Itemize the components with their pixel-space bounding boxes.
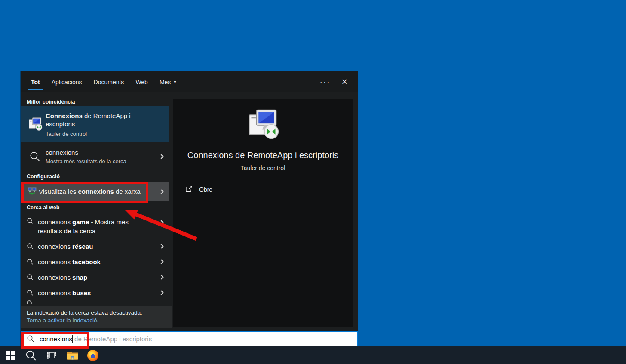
open-label: Obre <box>199 186 212 193</box>
web-suggestion-row[interactable]: connexions buses <box>21 285 169 300</box>
web-suggestion-row[interactable]: connexions facebook <box>21 254 169 269</box>
preview-title: Connexions de RemoteApp i escriptoris <box>173 150 353 160</box>
web-suggestion-row[interactable]: connexions game - Mostra més resultats d… <box>21 214 169 239</box>
tab-tot[interactable]: Tot <box>31 71 40 92</box>
search-suggestion-row[interactable]: connexions Mostra més resultats de la ce… <box>21 144 169 169</box>
best-match-text: Connexions de RemoteApp i escriptoris Ta… <box>46 112 169 137</box>
close-icon[interactable]: × <box>342 77 347 87</box>
search-icon <box>27 335 34 343</box>
chevron-right-icon[interactable] <box>154 221 169 224</box>
windows-logo-icon <box>6 351 15 360</box>
search-icon <box>25 350 37 361</box>
result-preview-panel: Connexions de RemoteApp i escriptoris Ta… <box>173 99 353 327</box>
tab-aplicacions[interactable]: Aplicacions <box>52 71 82 92</box>
search-input-value: connexions <box>40 335 72 343</box>
chevron-down-icon: ▾ <box>174 80 176 84</box>
remoteapp-icon <box>21 117 46 132</box>
taskbar <box>0 346 626 364</box>
search-tabbar: Tot Aplicacions Documents Web Més▾ ··· × <box>21 71 358 92</box>
chevron-right-icon[interactable] <box>154 291 169 294</box>
best-match-result[interactable]: Connexions de RemoteApp i escriptoris Ta… <box>21 106 169 142</box>
preview-divider <box>173 175 353 175</box>
web-search-header: Cerca al web <box>21 203 169 212</box>
taskbar-search-button[interactable] <box>21 346 41 364</box>
clipped-suggestion-row <box>21 300 169 304</box>
remoteapp-icon-large <box>247 108 279 143</box>
start-button[interactable] <box>0 346 21 364</box>
file-explorer-button[interactable] <box>62 346 83 364</box>
chevron-right-icon[interactable] <box>154 245 169 248</box>
more-options-icon[interactable]: ··· <box>320 78 331 86</box>
chevron-right-icon[interactable] <box>154 190 169 193</box>
results-column: Millor coincidència <box>21 92 169 328</box>
indexing-message-text: La indexació de la cerca estava desactiv… <box>27 309 172 316</box>
settings-result-network-connections[interactable]: Visualitza les connexions de xarxa <box>21 182 169 201</box>
network-connections-icon <box>21 187 39 196</box>
search-icon <box>21 151 46 162</box>
search-inline-suggestion: de RemoteApp i escriptoris <box>73 335 152 343</box>
search-flyout: Tot Aplicacions Documents Web Més▾ ··· ×… <box>21 71 358 346</box>
open-external-icon <box>185 185 193 194</box>
firefox-icon <box>87 350 98 361</box>
search-icon <box>21 289 38 296</box>
suggestion-text: connexions réseau <box>38 242 154 251</box>
task-view-icon <box>46 350 57 361</box>
search-icon <box>21 274 38 281</box>
tab-mes[interactable]: Més▾ <box>160 71 176 92</box>
open-action[interactable]: Obre <box>173 182 353 197</box>
tab-web[interactable]: Web <box>135 71 148 92</box>
chevron-right-icon[interactable] <box>154 275 169 279</box>
suggestion-text: connexions buses <box>38 288 154 297</box>
firefox-button[interactable] <box>83 346 103 364</box>
best-match-title-bold: Connexions <box>46 112 83 119</box>
file-explorer-icon <box>67 350 78 360</box>
suggestion-text: connexions facebook <box>38 257 154 266</box>
search-icon <box>21 258 38 265</box>
web-suggestion-row[interactable]: connexions snap <box>21 269 169 285</box>
best-match-header: Millor coincidència <box>21 98 169 106</box>
search-icon <box>21 243 38 250</box>
indexing-message-bar: La indexació de la cerca estava desactiv… <box>21 306 172 328</box>
chevron-right-icon[interactable] <box>154 260 169 263</box>
task-view-button[interactable] <box>41 346 62 364</box>
settings-item-text: Visualitza les connexions de xarxa <box>39 188 154 195</box>
search-input[interactable]: connexions de RemoteApp i escriptoris <box>21 331 358 346</box>
preview-subtitle: Tauler de control <box>173 165 353 171</box>
tab-documents[interactable]: Documents <box>94 71 124 92</box>
reenable-indexing-link[interactable]: Torna a activar la indexació. <box>27 317 98 324</box>
suggestion-text: connexions Mostra més resultats de la ce… <box>46 149 154 165</box>
best-match-subtitle: Tauler de control <box>46 131 169 137</box>
settings-header: Configuració <box>21 172 169 181</box>
suggestion-text: connexions snap <box>38 273 154 282</box>
chevron-right-icon[interactable] <box>154 155 169 158</box>
search-icon <box>21 217 38 224</box>
suggestion-text: connexions game - Mostra més resultats d… <box>38 217 154 236</box>
web-suggestion-row[interactable]: connexions réseau <box>21 239 169 254</box>
